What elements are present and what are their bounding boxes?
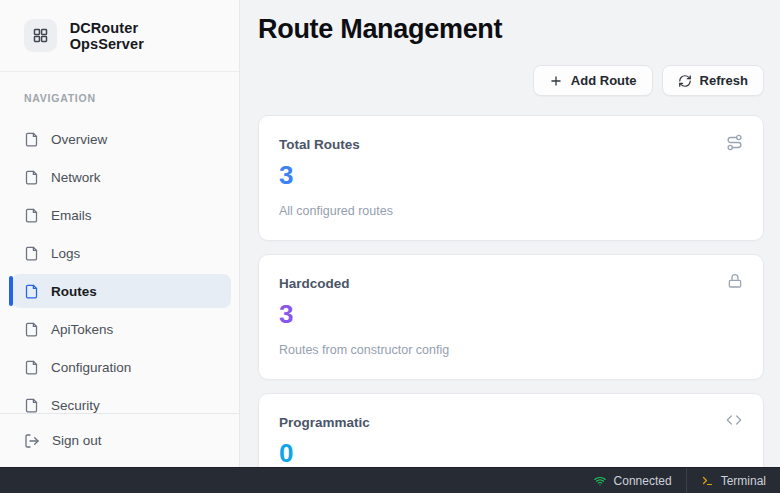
sidebar-footer: Sign out [0, 413, 239, 467]
sidebar-item-label: Configuration [51, 360, 131, 375]
toolbar: Add Route Refresh [258, 65, 764, 96]
sidebar-item-label: Emails [51, 208, 92, 223]
plus-icon [549, 74, 563, 88]
terminal-icon [701, 475, 714, 487]
file-icon [24, 246, 39, 261]
app-logo [24, 19, 57, 52]
file-icon [24, 170, 39, 185]
route-icon [726, 134, 743, 151]
sidebar-item-apitokens[interactable]: ApiTokens [0, 310, 239, 348]
card-title: Programmatic [279, 412, 370, 430]
sidebar-item-network[interactable]: Network [0, 158, 239, 196]
sidebar-item-routes[interactable]: Routes [0, 272, 239, 310]
sidebar-item-label: Overview [51, 132, 107, 147]
grid-icon [32, 27, 49, 44]
refresh-icon [678, 74, 692, 88]
sidebar-item-label: Security [51, 398, 100, 413]
card-title: Hardcoded [279, 273, 350, 291]
sidebar-item-logs[interactable]: Logs [0, 234, 239, 272]
add-route-button[interactable]: Add Route [533, 65, 653, 96]
card-value: 3 [279, 301, 743, 327]
card-description: All configured routes [279, 204, 743, 218]
card-hardcoded: Hardcoded 3 Routes from constructor conf… [258, 254, 764, 380]
nav-list: Overview Network Emails Logs Routes ApiT… [0, 120, 239, 424]
refresh-label: Refresh [700, 73, 748, 88]
sidebar-item-label: Network [51, 170, 101, 185]
card-title: Total Routes [279, 134, 360, 152]
file-icon [24, 284, 39, 299]
sidebar-item-configuration[interactable]: Configuration [0, 348, 239, 386]
sign-out-button[interactable]: Sign out [0, 433, 239, 449]
file-icon [24, 208, 39, 223]
nav-section-label: NAVIGATION [24, 92, 215, 104]
app-window: DCRouter OpsServer NAVIGATION Overview N… [0, 0, 780, 493]
sidebar-item-emails[interactable]: Emails [0, 196, 239, 234]
log-out-icon [24, 433, 40, 449]
page-title: Route Management [258, 14, 764, 45]
sidebar-item-label: ApiTokens [51, 322, 113, 337]
status-bar: Connected Terminal [0, 467, 780, 493]
card-total-routes: Total Routes 3 All configured routes [258, 115, 764, 241]
terminal-label: Terminal [721, 474, 766, 488]
main-content: Route Management Add Route Refresh Total… [240, 0, 780, 493]
sidebar-header: DCRouter OpsServer [0, 0, 239, 72]
app-title: DCRouter OpsServer [70, 20, 215, 52]
sidebar-item-label: Logs [51, 246, 80, 261]
sidebar: DCRouter OpsServer NAVIGATION Overview N… [0, 0, 240, 493]
card-value: 3 [279, 162, 743, 188]
refresh-button[interactable]: Refresh [662, 65, 764, 96]
sidebar-item-label: Routes [51, 284, 97, 299]
wifi-icon [593, 475, 607, 487]
code-icon [725, 412, 743, 428]
connection-label: Connected [614, 474, 672, 488]
lock-icon [727, 273, 743, 289]
stat-cards: Total Routes 3 All configured routes Har… [258, 115, 764, 493]
file-icon [24, 398, 39, 413]
terminal-toggle[interactable]: Terminal [687, 468, 780, 493]
file-icon [24, 132, 39, 147]
card-value: 0 [279, 440, 743, 466]
file-icon [24, 322, 39, 337]
add-route-label: Add Route [571, 73, 637, 88]
card-description: Routes from constructor config [279, 343, 743, 357]
connection-status[interactable]: Connected [579, 468, 686, 493]
sidebar-item-overview[interactable]: Overview [0, 120, 239, 158]
file-icon [24, 360, 39, 375]
sign-out-label: Sign out [52, 433, 102, 448]
